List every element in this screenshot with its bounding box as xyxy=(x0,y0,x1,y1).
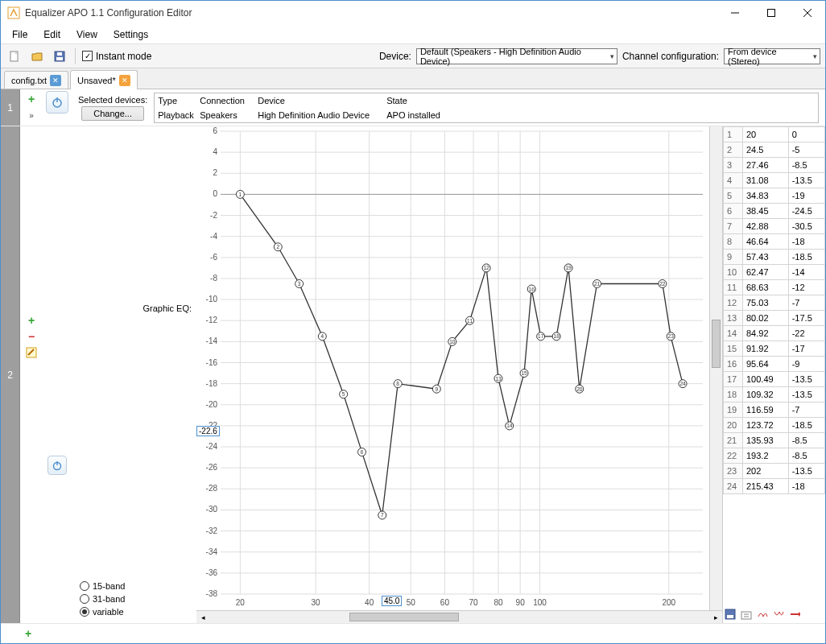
row-controls: + » xyxy=(20,89,43,126)
channel-config-dropdown[interactable]: From device (Stereo) xyxy=(724,48,820,64)
close-button[interactable] xyxy=(789,1,825,25)
scroll-right-icon[interactable]: ▸ xyxy=(709,613,722,621)
point-row[interactable]: 638.45-24.5 xyxy=(724,204,825,219)
power-toggle[interactable] xyxy=(47,456,67,475)
point-row[interactable]: 327.46-8.5 xyxy=(724,158,825,173)
menu-file[interactable]: File xyxy=(4,27,35,42)
point-row[interactable]: 1695.64-9 xyxy=(724,357,825,372)
vertical-scrollbar[interactable] xyxy=(709,126,722,610)
reset-icon[interactable] xyxy=(789,609,802,621)
row-index: 2 xyxy=(1,126,20,623)
add-icon[interactable]: + xyxy=(25,314,38,327)
new-file-button[interactable] xyxy=(6,47,23,65)
svg-text:7: 7 xyxy=(381,512,384,518)
point-row[interactable]: 431.08-13.5 xyxy=(724,173,825,188)
svg-text:1: 1 xyxy=(239,192,242,197)
svg-text:-26: -26 xyxy=(206,463,218,472)
point-row[interactable]: 224.5-5 xyxy=(724,142,825,158)
device-dropdown[interactable]: Default (Speakers - High Definition Audi… xyxy=(416,48,617,64)
point-row[interactable]: 1062.47-14 xyxy=(724,265,825,280)
point-row[interactable]: 24215.43-18 xyxy=(724,479,825,494)
add-filter-row: + xyxy=(1,624,825,643)
tab-label: Unsaved* xyxy=(77,76,116,85)
col-type: Type xyxy=(155,93,196,108)
workspace: 1 + » Selected devices: Change... Type C… xyxy=(1,89,825,643)
svg-text:15: 15 xyxy=(521,370,527,376)
svg-text:-38: -38 xyxy=(206,589,218,598)
menu-settings[interactable]: Settings xyxy=(105,27,156,42)
remove-icon[interactable]: − xyxy=(25,330,38,343)
svg-text:2: 2 xyxy=(213,168,217,177)
svg-text:20: 20 xyxy=(236,598,246,607)
radio-15band[interactable]: 15-band xyxy=(80,581,193,591)
point-row[interactable]: 18109.32-13.5 xyxy=(724,387,825,402)
svg-text:5: 5 xyxy=(342,391,345,397)
menu-edit[interactable]: Edit xyxy=(35,27,68,42)
minimize-button[interactable] xyxy=(717,1,753,25)
power-toggle[interactable] xyxy=(46,91,68,114)
save-points-icon[interactable] xyxy=(725,609,737,621)
svg-text:6: 6 xyxy=(213,126,217,135)
svg-text:4: 4 xyxy=(213,147,217,156)
tabbar: config.txt ✕ Unsaved* ✕ xyxy=(1,68,825,89)
normalize-icon[interactable] xyxy=(773,609,786,621)
menu-view[interactable]: View xyxy=(68,27,105,42)
point-row[interactable]: 20123.72-18.5 xyxy=(724,418,825,433)
svg-text:60: 60 xyxy=(440,598,450,607)
point-row[interactable]: 1591.92-17 xyxy=(724,341,825,357)
svg-text:14: 14 xyxy=(506,423,513,428)
save-file-button[interactable] xyxy=(51,47,68,65)
scrollbar-thumb[interactable] xyxy=(349,613,460,621)
change-devices-button[interactable]: Change... xyxy=(81,106,144,121)
point-row[interactable]: 23202-13.5 xyxy=(724,464,825,479)
col-connection: Connection xyxy=(196,93,254,108)
point-row[interactable]: 21135.93-8.5 xyxy=(724,433,825,448)
export-icon[interactable] xyxy=(741,609,754,621)
radio-variable[interactable]: variable xyxy=(80,607,193,617)
horizontal-scrollbar[interactable]: ◂ ▸ xyxy=(196,610,722,623)
point-row[interactable]: 1484.92-22 xyxy=(724,326,825,341)
tab-unsaved[interactable]: Unsaved* ✕ xyxy=(70,70,138,89)
svg-text:9: 9 xyxy=(435,386,438,392)
tab-close-icon[interactable]: ✕ xyxy=(50,75,61,86)
svg-text:10: 10 xyxy=(449,339,456,345)
edit-icon[interactable] xyxy=(25,346,38,359)
radio-31band[interactable]: 31-band xyxy=(80,594,193,604)
point-row[interactable]: 1168.63-12 xyxy=(724,280,825,295)
point-row[interactable]: 19116.59-7 xyxy=(724,402,825,418)
point-row[interactable]: 1200 xyxy=(724,127,825,142)
add-icon[interactable]: + xyxy=(25,93,38,105)
svg-text:-8: -8 xyxy=(210,274,217,283)
svg-text:-34: -34 xyxy=(206,547,218,556)
scrollbar-thumb[interactable] xyxy=(712,320,721,368)
point-row[interactable]: 957.43-18.5 xyxy=(724,250,825,265)
point-row[interactable]: 534.83-19 xyxy=(724,188,825,204)
svg-rect-131 xyxy=(741,612,751,619)
instant-mode-checkbox[interactable]: ✓ Instant mode xyxy=(82,51,151,62)
tab-config[interactable]: config.txt ✕ xyxy=(4,71,68,89)
open-file-button[interactable] xyxy=(28,47,46,65)
point-row[interactable]: 17100.49-13.5 xyxy=(724,372,825,387)
point-row[interactable]: 22193.2-8.5 xyxy=(724,448,825,464)
expand-icon[interactable]: » xyxy=(25,109,38,122)
scroll-left-icon[interactable]: ◂ xyxy=(196,613,209,621)
invert-icon[interactable] xyxy=(757,609,770,621)
check-icon: ✓ xyxy=(82,51,93,61)
svg-text:-28: -28 xyxy=(206,484,218,493)
tab-close-icon[interactable]: ✕ xyxy=(119,75,130,86)
svg-text:-10: -10 xyxy=(206,295,218,303)
svg-text:17: 17 xyxy=(538,333,544,339)
add-icon[interactable]: + xyxy=(25,627,31,640)
point-row[interactable]: 1380.02-17.5 xyxy=(724,311,825,326)
channel-config-label: Channel configuration: xyxy=(622,51,719,62)
eq-chart[interactable]: 6420-2-4-6-8-10-12-14-16-18-20-22-24-26-… xyxy=(196,126,722,623)
point-row[interactable]: 846.64-18 xyxy=(724,234,825,250)
point-row[interactable]: 1275.03-7 xyxy=(724,295,825,311)
filter-row-eq: 2 + − Graphic EQ: 15-band 31-band variab… xyxy=(1,126,825,624)
svg-rect-2 xyxy=(767,10,774,17)
maximize-button[interactable] xyxy=(753,1,789,25)
device-row[interactable]: Playback Speakers High Definition Audio … xyxy=(155,108,818,122)
svg-text:40: 40 xyxy=(365,598,374,607)
points-table[interactable]: 1200224.5-5327.46-8.5431.08-13.5534.83-1… xyxy=(723,126,825,607)
point-row[interactable]: 742.88-30.5 xyxy=(724,219,825,234)
